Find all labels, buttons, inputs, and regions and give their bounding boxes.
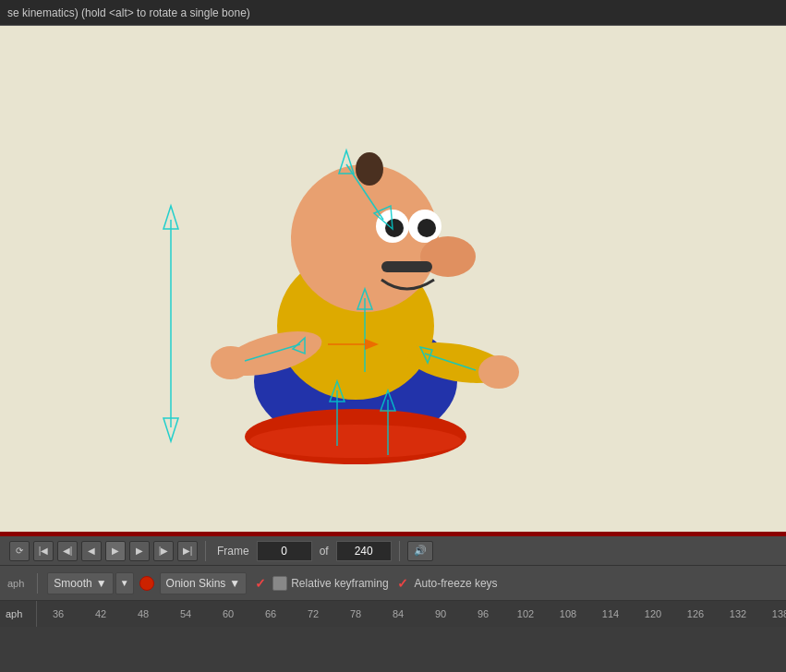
- timeline-number: 42: [79, 608, 122, 619]
- loop-button[interactable]: ⟳: [9, 541, 30, 561]
- timeline-number: 126: [674, 608, 717, 619]
- go-to-end-button[interactable]: ▶|: [177, 541, 198, 561]
- timeline-numbers: 3642485460667278849096102108114120126132…: [37, 601, 786, 627]
- onion-skins-dropdown[interactable]: Onion Skins ▼: [160, 572, 248, 594]
- svg-point-5: [356, 152, 383, 186]
- onion-skins-container: Onion Skins ▼: [160, 572, 248, 594]
- relative-keyframing-label: Relative keyframing: [291, 577, 388, 590]
- frame-input[interactable]: 0: [257, 541, 312, 561]
- of-label: of: [320, 545, 329, 558]
- sep-options: [37, 573, 38, 594]
- record-indicator: [139, 576, 154, 591]
- step-back-button[interactable]: ◀: [81, 541, 102, 561]
- timeline-number: 84: [377, 608, 419, 619]
- auto-freeze-option[interactable]: ✓ Auto-freeze keys: [394, 575, 498, 592]
- playback-bar: ⟳ |◀ ◀| ◀ ▶ ▶ |▶ ▶| Frame 0 of 240 🔊: [0, 534, 786, 566]
- timeline-number: 114: [589, 608, 632, 619]
- smooth-arrow: ▼: [96, 577, 107, 590]
- timeline-number: 108: [547, 608, 589, 619]
- status-text: se kinematics) (hold <alt> to rotate a s…: [7, 6, 250, 19]
- smooth-dropdown[interactable]: Smooth ▼: [47, 572, 113, 594]
- timeline-number: 66: [249, 608, 292, 619]
- auto-freeze-label: Auto-freeze keys: [415, 577, 498, 590]
- timeline-graph-label: aph: [0, 601, 37, 627]
- timeline-number: 132: [717, 608, 759, 619]
- svg-point-14: [211, 346, 251, 379]
- svg-rect-11: [381, 261, 432, 272]
- svg-point-9: [417, 219, 436, 237]
- timeline-number: 36: [37, 608, 79, 619]
- character-svg: [143, 77, 605, 483]
- timeline-number: 102: [504, 608, 547, 619]
- timeline-number: 48: [122, 608, 164, 619]
- relative-keyframing-square: [272, 576, 287, 591]
- onion-skins-label: Onion Skins: [166, 577, 226, 590]
- onion-skins-arrow: ▼: [229, 577, 240, 590]
- svg-point-15: [478, 355, 519, 389]
- status-bar: se kinematics) (hold <alt> to rotate a s…: [0, 0, 786, 26]
- timeline-number: 96: [462, 608, 504, 619]
- play-button[interactable]: ▶: [105, 541, 126, 561]
- total-frames-input[interactable]: 240: [336, 541, 392, 561]
- volume-button[interactable]: 🔊: [407, 541, 433, 561]
- timeline-number: 60: [207, 608, 249, 619]
- timeline-number: 54: [164, 608, 207, 619]
- step-forward-button[interactable]: ▶: [129, 541, 150, 561]
- canvas-area: [0, 26, 786, 532]
- separator-2: [399, 541, 400, 561]
- timeline-number: 78: [334, 608, 377, 619]
- graph-label: aph: [7, 578, 24, 589]
- relative-keyframing-option[interactable]: ✓ Relative keyframing: [252, 575, 388, 592]
- timeline-number: 138: [759, 608, 786, 619]
- relative-keyframing-check: ✓: [252, 575, 269, 592]
- frame-label: Frame: [217, 545, 249, 558]
- timeline-number: 72: [292, 608, 334, 619]
- timeline-number: 90: [419, 608, 462, 619]
- prev-keyframe-button[interactable]: ◀|: [57, 541, 78, 561]
- svg-point-2: [249, 425, 462, 458]
- go-to-start-button[interactable]: |◀: [33, 541, 54, 561]
- smooth-container: Smooth ▼ ▼: [47, 572, 133, 594]
- smooth-label: Smooth: [54, 577, 91, 590]
- svg-point-8: [385, 219, 404, 237]
- next-keyframe-button[interactable]: |▶: [153, 541, 174, 561]
- timeline-bar: aph 364248546066727884909610210811412012…: [0, 601, 786, 627]
- auto-freeze-check: ✓: [394, 575, 411, 592]
- separator-1: [205, 541, 206, 561]
- timeline-number: 120: [632, 608, 674, 619]
- options-bar: aph Smooth ▼ ▼ Onion Skins ▼ ✓ Relative …: [0, 566, 786, 601]
- smooth-extra-btn[interactable]: ▼: [115, 572, 134, 594]
